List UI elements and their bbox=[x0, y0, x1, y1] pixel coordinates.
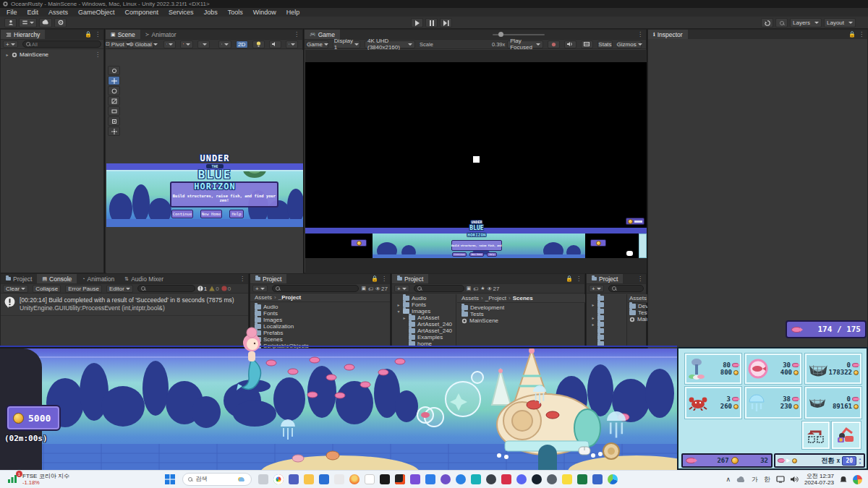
tray-expand-icon[interactable]: ∧ bbox=[726, 476, 731, 483]
mini-help-button[interactable]: Help bbox=[487, 252, 497, 257]
toggle-2d-button[interactable]: 2D bbox=[236, 40, 248, 48]
snap-increment-button[interactable] bbox=[180, 40, 192, 48]
menu-edit[interactable]: Edit bbox=[22, 9, 44, 16]
new-home-button[interactable]: New Home bbox=[200, 210, 222, 218]
tray-weather-app-icon[interactable] bbox=[853, 475, 862, 484]
project-add-button[interactable]: + bbox=[589, 285, 604, 292]
taskbar-app-pin[interactable] bbox=[456, 474, 466, 484]
mini-continue-button[interactable]: Continue bbox=[452, 252, 467, 257]
tab-scene[interactable]: ▣Scene bbox=[106, 30, 140, 39]
project-add-button[interactable]: + bbox=[394, 285, 409, 292]
tab-console[interactable]: ▤Console bbox=[37, 274, 77, 283]
scene-viewport[interactable]: UNDER THE BLUE HORIZON Build structures,… bbox=[106, 50, 303, 273]
game-window[interactable]: 5000 (02m:00s) bbox=[0, 346, 677, 470]
panel-menu-icon[interactable]: ⋮ bbox=[637, 31, 643, 38]
taskbar-app-globe[interactable] bbox=[486, 474, 496, 484]
panel-menu-icon[interactable]: ⋮ bbox=[637, 275, 643, 282]
resource-cell-lamp[interactable]: 80 800 bbox=[685, 354, 741, 384]
crumb-project[interactable]: _Project bbox=[485, 295, 506, 301]
crumb-assets[interactable]: Assets bbox=[629, 295, 647, 301]
vsync-button[interactable] bbox=[581, 40, 593, 48]
taskbar-app-edge[interactable] bbox=[608, 474, 618, 484]
scale-tool-button[interactable] bbox=[108, 96, 120, 106]
panel-menu-icon[interactable]: ⋮ bbox=[294, 31, 299, 38]
layers-dropdown[interactable]: Layers bbox=[790, 18, 822, 27]
tray-clock[interactable]: 오전 12:37 2024-07-23 bbox=[804, 473, 834, 486]
tab-audio-mixer[interactable]: ⇅Audio Mixer bbox=[119, 274, 169, 283]
start-button[interactable] bbox=[165, 474, 175, 484]
help-button[interactable]: Help bbox=[229, 210, 244, 218]
lock-icon[interactable]: 🔒 bbox=[371, 275, 378, 282]
taskbar-app-calc[interactable] bbox=[592, 474, 603, 484]
capture-button[interactable] bbox=[548, 40, 560, 48]
error-pause-button[interactable]: Error Pause bbox=[65, 285, 102, 293]
mini-new-home-button[interactable]: New Home bbox=[469, 252, 484, 257]
game-mode-dropdown[interactable]: Game bbox=[307, 40, 328, 48]
favorites-icon[interactable]: ★ bbox=[480, 286, 485, 291]
tree-audio[interactable]: Audio bbox=[392, 295, 456, 301]
search-button[interactable] bbox=[775, 18, 788, 27]
transform-tool-button[interactable] bbox=[108, 116, 120, 126]
menu-jobs[interactable]: Jobs bbox=[199, 9, 223, 16]
taskbar-app-blue[interactable] bbox=[425, 474, 435, 484]
plastic-scm-button[interactable] bbox=[19, 18, 37, 27]
item-development[interactable]: Development bbox=[457, 304, 585, 311]
tab-project-c[interactable]: Project bbox=[587, 274, 623, 283]
scene-options-icon[interactable]: ⋮ bbox=[95, 51, 103, 58]
folder-images[interactable]: Images bbox=[250, 317, 390, 323]
account-button[interactable] bbox=[4, 18, 17, 27]
lock-icon[interactable]: 🔒 bbox=[566, 275, 573, 282]
taskbar-app-discord[interactable] bbox=[516, 474, 527, 484]
taskbar-app-explorer[interactable] bbox=[304, 474, 314, 484]
console-log-entry[interactable]: [00:20:14] Build completed with a result… bbox=[1, 294, 248, 316]
panel-menu-icon[interactable]: ⋮ bbox=[239, 275, 245, 282]
tree-images[interactable]: ▾Images bbox=[392, 308, 456, 314]
project-search-input[interactable] bbox=[414, 285, 464, 292]
tab-project-b[interactable]: Project bbox=[392, 274, 428, 283]
project-search-input[interactable] bbox=[608, 285, 644, 292]
resource-cell-net[interactable]: 0 178322 bbox=[805, 354, 861, 384]
lighting-toggle[interactable] bbox=[252, 40, 265, 48]
folder-fonts[interactable]: Fonts bbox=[250, 310, 390, 317]
audio-toggle[interactable] bbox=[269, 40, 281, 48]
build-mode-button[interactable] bbox=[832, 421, 861, 449]
folder-audio[interactable]: Audio bbox=[250, 304, 390, 310]
menu-gameobject[interactable]: GameObject bbox=[73, 9, 120, 16]
shading-dropdown[interactable] bbox=[218, 40, 231, 48]
info-badge[interactable]: 1 bbox=[197, 286, 207, 292]
view-tool-button[interactable] bbox=[108, 66, 120, 75]
taskbar-app-maxon[interactable] bbox=[334, 474, 344, 484]
error-badge[interactable]: 0 bbox=[221, 286, 232, 292]
taskbar-app-lens[interactable] bbox=[547, 474, 557, 484]
warning-badge[interactable]: 0 bbox=[209, 286, 218, 292]
tab-hierarchy[interactable]: Hierarchy bbox=[1, 30, 45, 39]
taskbar-app-rider[interactable] bbox=[501, 474, 511, 484]
convert-label[interactable]: 전환 bbox=[822, 456, 835, 466]
editor-dropdown[interactable]: Editor bbox=[106, 285, 133, 293]
console-search-input[interactable] bbox=[137, 285, 195, 292]
global-dropdown[interactable]: ◍Global bbox=[132, 40, 155, 48]
effects-dropdown[interactable] bbox=[286, 40, 298, 48]
pivot-dropdown[interactable]: ⊡Pivot bbox=[108, 40, 128, 48]
step-button[interactable] bbox=[440, 18, 452, 27]
taskbar-app-notion[interactable] bbox=[365, 474, 375, 484]
taskbar-app-purple[interactable] bbox=[410, 474, 420, 484]
resource-cell-fish-ring[interactable]: 30 400 bbox=[745, 354, 801, 384]
settings-button[interactable] bbox=[54, 18, 67, 27]
move-structure-button[interactable] bbox=[802, 421, 830, 449]
taskbar-search[interactable]: 검색 bbox=[182, 473, 252, 486]
cloud-button[interactable] bbox=[39, 18, 52, 27]
crumb-scenes[interactable]: Scenes bbox=[513, 295, 533, 301]
crumb-assets[interactable]: Assets bbox=[461, 295, 479, 301]
tab-animation[interactable]: ◔Animation bbox=[77, 274, 119, 283]
scale-slider-knob[interactable] bbox=[498, 32, 503, 37]
game-viewport[interactable]: UNDER BLUE HORIZON Build structures, rai… bbox=[305, 50, 647, 273]
collapse-button[interactable]: Collapse bbox=[33, 285, 61, 293]
clear-dropdown[interactable]: Clear bbox=[3, 285, 28, 293]
hierarchy-search-input[interactable]: All bbox=[22, 40, 101, 48]
resource-cell-crab[interactable]: 3 260 bbox=[685, 387, 741, 419]
taskbar-app-store[interactable] bbox=[319, 474, 329, 484]
resolution-dropdown[interactable]: 4K UHD (3840x2160) bbox=[365, 40, 415, 48]
project-add-button[interactable]: + bbox=[252, 285, 268, 292]
panel-menu-icon[interactable]: ⋮ bbox=[381, 275, 387, 282]
